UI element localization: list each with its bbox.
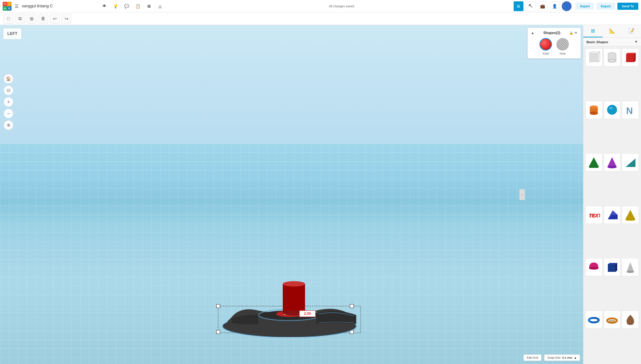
shape-cylinder-hole[interactable] [604,48,621,66]
snap-value: 0.1 mm [562,356,572,359]
shape-donut-orange[interactable] [604,311,621,328]
svg-point-62 [608,320,616,322]
svg-rect-3 [350,304,354,308]
shapes-collapse-btn[interactable]: ▲ [531,31,534,35]
shape-cylinder-orange[interactable] [586,101,602,119]
paste-btn[interactable]: ⊞ [27,14,36,24]
inspect-btn[interactable]: 👁 [100,1,109,11]
view-controls: 🏠 ⊡ + − ⊕ [4,74,13,130]
edit-grid-btn[interactable]: Edit Grid [524,354,542,361]
shape-drop-brown[interactable] [622,311,639,328]
svg-marker-52 [625,210,636,221]
svg-point-27 [608,59,616,62]
shape-cone-gray[interactable] [622,258,639,276]
light-btn[interactable]: 💡 [111,1,120,11]
toolbar: □ ⧉ ⊞ 🗑 ↩ ↪ [0,12,641,25]
svg-point-63 [627,323,634,325]
hole-shape[interactable]: Hole [556,38,569,55]
shape-letter-n[interactable]: N [622,101,639,119]
comment-btn[interactable]: 💬 [122,1,132,11]
shape-box-darkblue[interactable] [604,258,621,276]
shape-wedge-teal[interactable] [622,154,639,171]
svg-rect-54 [608,264,616,272]
shapes-grid: N [583,46,641,364]
shapes-dropdown-btn[interactable]: ▼ [634,40,638,44]
svg-point-19 [283,281,305,286]
basic-shapes-title: Basic Shapes [586,40,608,44]
solid-label: Solid [542,52,549,55]
solid-shape[interactable]: Solid [540,38,552,55]
right-collapse-btn[interactable]: › [520,189,525,200]
shapes-lock-btn[interactable]: 🔒 [569,31,573,35]
send-to-button[interactable]: Send To [618,3,638,10]
avatar-btn[interactable]: 👤 [562,1,572,11]
delete-btn[interactable]: 🗑 [38,14,48,24]
shape-pyramid-yellow[interactable] [622,206,639,224]
svg-marker-56 [616,263,617,272]
tab-notes[interactable]: 📝 [622,25,641,38]
tinkercad-logo: T I N K [3,2,12,11]
shape-pyramid-green[interactable] [586,154,602,171]
shape-sphere-blue[interactable] [604,101,621,119]
measure-btn[interactable]: △ [155,1,165,11]
copy-btn[interactable]: ⧉ [15,14,25,24]
tab-ruler[interactable]: 📐 [602,25,622,38]
viewport-tools: 👁 💡 💬 📋 ⊞ △ [100,1,165,11]
basic-shapes-header: Basic Shapes ▼ [583,38,641,46]
svg-rect-30 [626,54,634,62]
orientation-btn[interactable]: ⊕ [4,120,13,130]
svg-text:TEXT: TEXT [589,213,600,218]
shape-prism-blue[interactable] [604,206,621,224]
build-btn[interactable]: ⛏ [526,1,536,11]
zoom-out-btn[interactable]: − [4,109,13,118]
tab-grid[interactable]: ⊞ [583,25,602,38]
svg-rect-4 [216,330,220,334]
shapes-inspector: ▲ Shapes(2) 🔒 👁 Solid Hole [528,28,581,58]
shapes-sidebar: ⊞ 📐 📝 Basic Shapes ▼ [583,25,641,364]
grid-view-btn[interactable]: ⊞ [514,1,524,11]
redo-btn[interactable]: ↪ [62,14,71,24]
svg-text:N: N [626,106,633,116]
svg-text:2.00: 2.00 [304,312,311,316]
shape-torus[interactable] [586,311,602,328]
doc-menu-icon[interactable]: ☰ [14,3,20,10]
shape-box-hole[interactable] [586,48,602,66]
briefcase-btn[interactable]: 💼 [538,1,548,11]
undo-btn[interactable]: ↩ [50,14,60,24]
scene-svg: 2.00 [214,266,370,337]
svg-point-58 [626,271,634,273]
svg-point-35 [590,112,598,115]
svg-marker-57 [626,262,634,272]
svg-rect-18 [283,284,305,313]
save-status: All changes saved [172,4,512,8]
svg-marker-32 [634,53,636,62]
shape-cone-purple[interactable] [604,154,621,171]
shape-half-sphere[interactable] [586,258,602,276]
svg-point-34 [590,106,598,109]
main-area: LEFT 🏠 ⊡ + − ⊕ [0,25,641,364]
panel-tabs: ⊞ 📐 📝 [583,25,641,38]
svg-point-37 [607,105,617,115]
home-view-btn[interactable]: 🏠 [4,74,13,84]
hole-label: Hole [560,52,566,55]
notes-btn[interactable]: 📋 [133,1,143,11]
export-button[interactable]: Export [596,3,615,10]
shape-box-red[interactable] [622,48,639,66]
shapes-eye-btn[interactable]: 👁 [574,31,578,35]
shapes-inspector-title: Shapes(2) [543,31,560,35]
import-button[interactable]: Import [576,3,594,10]
zoom-in-btn[interactable]: + [4,97,13,107]
doc-title[interactable]: sanggul lintang C [22,4,53,8]
add-user-btn[interactable]: 👤 [550,1,560,11]
canvas-area[interactable]: LEFT 🏠 ⊡ + − ⊕ [0,25,583,364]
view-direction-label: LEFT [3,28,22,40]
svg-marker-42 [608,157,617,167]
select-btn[interactable]: □ [4,14,13,24]
shape-text3d[interactable]: TEXT TEXT [586,206,602,224]
snap-increment-btn[interactable]: ▲ [574,356,577,359]
svg-point-38 [609,107,613,109]
fit-view-btn[interactable]: ⊡ [4,86,13,95]
layers-btn[interactable]: ⊞ [144,1,154,11]
svg-marker-41 [589,158,599,168]
snap-grid-control: Snap Grid 0.1 mm ▲ [544,354,580,361]
